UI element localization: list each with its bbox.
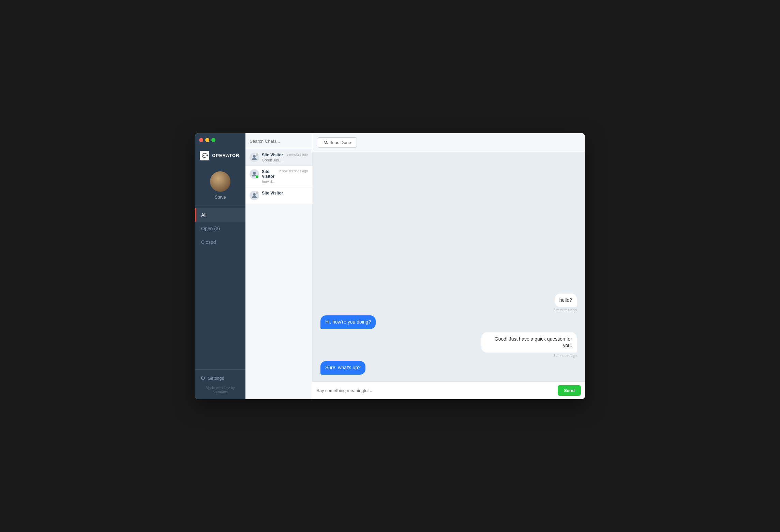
list-item[interactable]: Site Visitor — [245, 187, 312, 204]
svg-point-1 — [253, 172, 256, 174]
svg-point-2 — [253, 193, 256, 196]
message-time: 3 minutes ago — [553, 354, 577, 358]
gear-icon: ⚙ — [200, 375, 205, 381]
send-button[interactable]: Send — [558, 385, 581, 396]
settings-item[interactable]: ⚙ Settings — [200, 375, 240, 381]
visitor-avatar — [250, 191, 259, 200]
sidebar-nav: All Open (3) Closed — [195, 208, 245, 369]
brand: 💬 OPERATOR — [195, 147, 245, 165]
sidebar-item-all[interactable]: All — [195, 208, 245, 222]
user-name: Steve — [214, 194, 226, 200]
user-profile: Steve — [195, 166, 245, 205]
chat-preview: Good! Just have a quick question for you… — [262, 158, 284, 162]
maximize-dot[interactable] — [211, 138, 215, 142]
chat-header: Mark as Done — [312, 133, 585, 152]
message-input[interactable] — [316, 388, 554, 393]
svg-point-0 — [253, 155, 256, 158]
list-item[interactable]: Site Visitor how do I give you my money?… — [245, 166, 312, 187]
messages-area: hello? 3 minutes ago Hi, how're you doin… — [312, 152, 585, 381]
chat-main: Mark as Done hello? 3 minutes ago Hi, ho… — [312, 133, 585, 399]
message-bubble: Hi, how're you doing? — [320, 315, 376, 329]
chat-time: a few seconds ago — [280, 169, 308, 173]
sidebar-item-open[interactable]: Open (3) — [195, 222, 245, 235]
chat-name: Site Visitor — [262, 169, 277, 179]
chat-input-area: Send — [312, 381, 585, 399]
visitor-avatar — [250, 169, 259, 179]
message-bubble: Good! Just have a quick question for you… — [481, 332, 577, 353]
message-time: 3 minutes ago — [553, 308, 577, 312]
footer-text: Made with lurv by hoomans — [200, 386, 240, 394]
message-row: Hi, how're you doing? — [320, 315, 577, 329]
sidebar: 💬 OPERATOR Steve All Open (3) Closed ⚙ S… — [195, 133, 245, 399]
search-container — [245, 133, 312, 149]
app-window: 💬 OPERATOR Steve All Open (3) Closed ⚙ S… — [195, 133, 585, 399]
chat-list-panel: Site Visitor Good! Just have a quick que… — [245, 133, 312, 399]
avatar — [210, 171, 230, 192]
chat-name: Site Visitor — [262, 191, 305, 195]
minimize-dot[interactable] — [205, 138, 209, 142]
message-bubble: hello? — [555, 294, 577, 307]
message-bubble: Sure, what's up? — [320, 361, 365, 375]
message-row: Good! Just have a quick question for you… — [320, 332, 577, 358]
titlebar — [195, 133, 245, 147]
message-row: hello? 3 minutes ago — [320, 294, 577, 312]
brand-icon: 💬 — [200, 151, 209, 160]
chat-time: 3 minutes ago — [286, 153, 308, 156]
brand-name: OPERATOR — [212, 153, 239, 158]
visitor-avatar — [250, 153, 259, 162]
chat-preview: how do I give you my money?... — [262, 179, 277, 184]
settings-label: Settings — [208, 376, 224, 381]
message-row: Sure, what's up? — [320, 361, 577, 375]
close-dot[interactable] — [199, 138, 203, 142]
list-item[interactable]: Site Visitor Good! Just have a quick que… — [245, 149, 312, 166]
sidebar-item-closed[interactable]: Closed — [195, 235, 245, 249]
mark-done-button[interactable]: Mark as Done — [318, 137, 357, 148]
search-input[interactable] — [250, 139, 308, 144]
chat-name: Site Visitor — [262, 153, 284, 157]
sidebar-bottom: ⚙ Settings Made with lurv by hoomans — [195, 369, 245, 399]
